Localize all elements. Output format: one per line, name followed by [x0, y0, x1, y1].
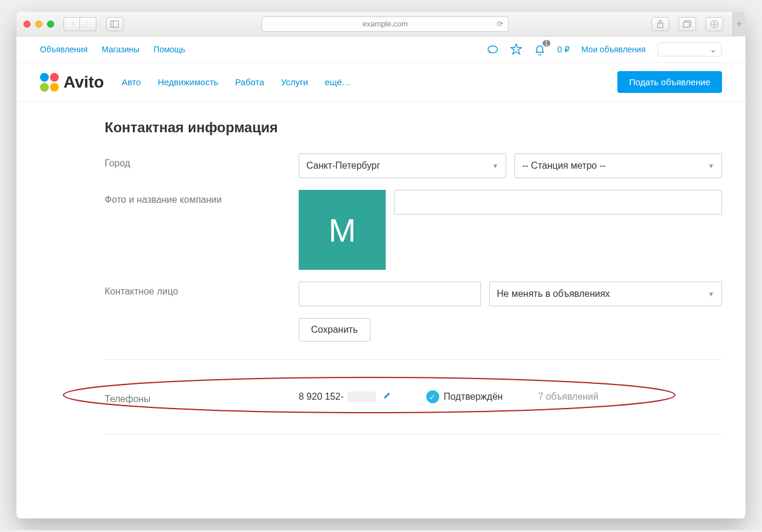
chevron-down-icon: ⌄ [710, 45, 717, 54]
my-ads-link[interactable]: Мои объявления [581, 45, 646, 54]
label-company: Фото и название компании [105, 190, 299, 205]
logo-icon [40, 73, 60, 92]
check-icon: ✓ [426, 390, 439, 403]
verified-label: Подтверждён [444, 392, 503, 402]
topnav-help[interactable]: Помощь [153, 45, 185, 54]
nav-auto[interactable]: Авто [122, 77, 141, 87]
minimize-window-button[interactable] [35, 21, 42, 28]
contact-update-select[interactable]: Не менять в объявлениях ▼ [489, 282, 722, 306]
label-city: Город [105, 153, 299, 169]
svg-marker-7 [511, 44, 522, 54]
company-name-input[interactable] [394, 190, 722, 215]
chevron-down-icon: ▼ [708, 162, 714, 169]
user-menu[interactable]: ⌄ [657, 42, 722, 56]
divider [105, 359, 722, 360]
share-icon[interactable] [651, 17, 669, 31]
label-phones: Телефоны [105, 389, 299, 404]
notification-badge: 1 [543, 40, 551, 46]
nav-more[interactable]: ещё… [325, 77, 350, 87]
company-initial: М [329, 211, 356, 249]
divider [105, 434, 722, 434]
company-photo[interactable]: М [299, 190, 386, 270]
post-ad-button[interactable]: Подать объявление [617, 71, 722, 93]
ad-count[interactable]: 7 объявлений [538, 392, 599, 402]
favorites-icon[interactable] [510, 44, 522, 55]
sidebar-toggle-icon[interactable] [106, 17, 123, 31]
save-button[interactable]: Сохранить [299, 318, 370, 342]
download-icon[interactable] [706, 17, 723, 31]
page-title: Контактная информация [105, 119, 722, 136]
url-text: example.com [362, 19, 407, 28]
nav-services[interactable]: Услуги [281, 77, 308, 87]
contact-option: Не менять в объявлениях [497, 289, 610, 299]
nav-jobs[interactable]: Работа [235, 77, 265, 87]
messages-icon[interactable] [487, 44, 499, 55]
nav-realty[interactable]: Недвижимость [158, 77, 218, 87]
metro-placeholder: -- Станция метро -- [522, 160, 606, 171]
label-contact: Контактное лицо [105, 282, 299, 297]
back-button[interactable]: 〈 [63, 17, 80, 31]
balance-link[interactable]: 0 ₽ [557, 45, 570, 54]
close-window-button[interactable] [24, 21, 31, 28]
browser-chrome: 〈 〉 example.com ⟳ + [16, 12, 746, 36]
new-tab-button[interactable]: + [733, 12, 746, 36]
chevron-down-icon: ▼ [492, 162, 499, 169]
window-controls [24, 21, 54, 28]
forward-button[interactable]: 〉 [80, 17, 96, 31]
address-bar[interactable]: example.com ⟳ [262, 16, 509, 32]
city-value: Санкт-Петербург [306, 160, 380, 171]
edit-icon[interactable] [383, 392, 391, 402]
city-select[interactable]: Санкт-Петербург ▼ [299, 153, 506, 178]
chevron-down-icon: ▼ [708, 290, 714, 297]
contact-person-input[interactable] [299, 282, 481, 306]
notifications-icon[interactable]: 1 [534, 44, 546, 55]
logo-text: Avito [63, 73, 104, 92]
topnav-ads[interactable]: Объявления [40, 45, 88, 54]
reload-icon[interactable]: ⟳ [497, 19, 503, 28]
svg-rect-0 [111, 21, 119, 27]
logo[interactable]: Avito [40, 73, 104, 92]
svg-rect-4 [684, 22, 690, 27]
tabs-icon[interactable] [679, 17, 696, 31]
metro-select[interactable]: -- Станция метро -- ▼ [514, 153, 722, 178]
topnav-shops[interactable]: Магазины [102, 45, 139, 54]
maximize-window-button[interactable] [47, 21, 54, 28]
phone-masked [347, 392, 376, 402]
phone-number: 8 920 152- [299, 392, 344, 402]
